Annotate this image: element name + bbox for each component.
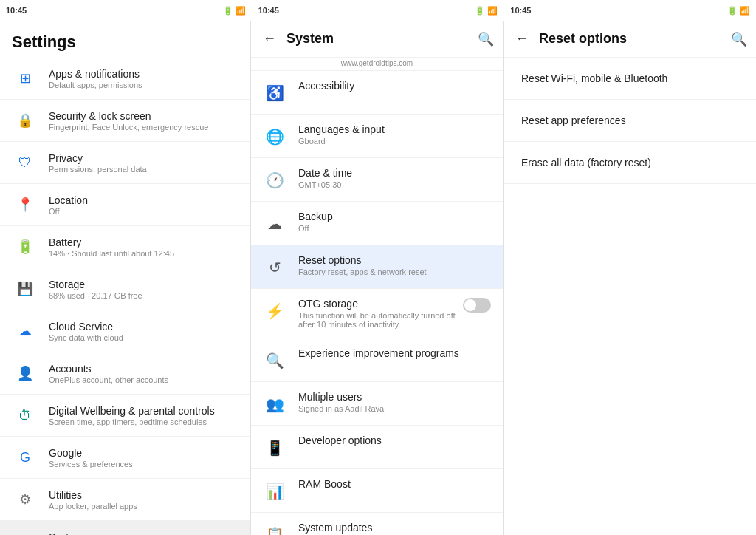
system-icon-ramboost: 📊	[263, 480, 286, 503]
settings-icon-privacy: 🛡	[12, 149, 38, 176]
reset-item-title-reset-wifi: Reset Wi-Fi, mobile & Bluetooth	[521, 72, 738, 84]
settings-item-title-accounts: Accounts	[49, 363, 168, 375]
reset-item-reset-wifi[interactable]: Reset Wi-Fi, mobile & Bluetooth	[504, 58, 756, 100]
settings-item-subtitle-battery: 14% · Should last until about 12:45	[49, 249, 174, 258]
settings-icon-location: 📍	[12, 191, 38, 218]
settings-item-storage[interactable]: 💾 Storage 68% used · 20.17 GB free	[0, 268, 250, 310]
settings-item-utilities[interactable]: ⚙ Utilities App locker, parallel apps	[0, 479, 250, 521]
settings-icon-accounts: 👤	[12, 360, 38, 386]
settings-item-cloud[interactable]: ☁ Cloud Service Sync data with cloud	[0, 310, 250, 352]
settings-panel: Settings ⊞ Apps & notifications Default …	[0, 21, 251, 535]
system-panel: ← System 🔍 www.getdroidtips.com ♿ Access…	[251, 21, 504, 535]
settings-item-title-apps: Apps & notifications	[49, 68, 142, 80]
system-search-button[interactable]: 🔍	[478, 31, 494, 47]
status-bars: 10:45 🔋 📶 10:45 🔋 📶 10:45 🔋 📶	[0, 0, 756, 21]
settings-item-google[interactable]: G Google Services & preferences	[0, 437, 250, 479]
system-item-developer[interactable]: 📱 Developer options	[251, 426, 503, 469]
system-list: ♿ Accessibility 🌐 Languages & input Gboa…	[251, 71, 503, 535]
settings-item-wellbeing[interactable]: ⏱ Digital Wellbeing & parental controls …	[0, 395, 250, 437]
settings-item-subtitle-location: Off	[49, 207, 88, 216]
settings-icon-security: 🔒	[12, 107, 38, 134]
system-item-title-developer: Developer options	[298, 435, 382, 446]
system-item-backup[interactable]: ☁ Backup Off	[251, 202, 503, 245]
settings-item-title-storage: Storage	[49, 279, 142, 290]
system-item-languages[interactable]: 🌐 Languages & input Gboard	[251, 115, 503, 158]
status-icons-1: 🔋 📶	[223, 6, 246, 16]
system-item-accessibility[interactable]: ♿ Accessibility	[251, 71, 503, 115]
reset-item-erase-all[interactable]: Erase all data (factory reset)	[504, 142, 756, 184]
reset-panel: ← Reset options 🔍 Reset Wi-Fi, mobile & …	[504, 21, 756, 535]
settings-item-privacy[interactable]: 🛡 Privacy Permissions, personal data	[0, 142, 250, 184]
settings-item-battery[interactable]: 🔋 Battery 14% · Should last until about …	[0, 226, 250, 268]
system-item-subtitle-datetime: GMT+05:30	[298, 180, 352, 189]
settings-item-title-security: Security & lock screen	[49, 110, 208, 122]
system-item-title-ramboost: RAM Boost	[298, 478, 351, 490]
settings-list: ⊞ Apps & notifications Default apps, per…	[0, 58, 250, 535]
settings-icon-system: 🖥	[12, 528, 38, 535]
settings-item-subtitle-security: Fingerprint, Face Unlock, emergency resc…	[49, 123, 208, 132]
system-item-title-experience: Experience improvement programs	[298, 347, 459, 359]
system-item-title-accessibility: Accessibility	[298, 80, 354, 92]
system-item-reset[interactable]: ↺ Reset options Factory reset, apps & ne…	[251, 245, 503, 289]
system-icon-experience: 🔍	[263, 349, 286, 372]
signal-icon-1: 📶	[236, 6, 246, 16]
reset-panel-title: Reset options	[539, 31, 627, 47]
reset-search-button[interactable]: 🔍	[731, 31, 747, 47]
settings-item-title-battery: Battery	[49, 236, 174, 248]
settings-title: Settings	[0, 21, 250, 58]
settings-icon-battery: 🔋	[12, 234, 38, 260]
system-item-multiusers[interactable]: 👥 Multiple users Signed in as Aadil Rava…	[251, 382, 503, 426]
reset-back-button[interactable]: ←	[512, 28, 532, 50]
system-item-subtitle-otg: This function will be automatically turn…	[298, 311, 463, 329]
settings-icon-wellbeing: ⏱	[12, 402, 38, 429]
system-item-datetime[interactable]: 🕐 Date & time GMT+05:30	[251, 158, 503, 202]
settings-item-system[interactable]: 🖥 System Language & keyboard, time, rese…	[0, 521, 250, 535]
signal-icon-2: 📶	[487, 6, 498, 16]
system-item-title-otg: OTG storage	[298, 298, 463, 310]
system-subtitle: www.getdroidtips.com	[251, 58, 503, 71]
system-item-subtitle-backup: Off	[298, 224, 333, 233]
reset-list: Reset Wi-Fi, mobile & BluetoothReset app…	[504, 58, 756, 184]
system-back-button[interactable]: ←	[260, 28, 279, 50]
system-item-title-multiusers: Multiple users	[298, 391, 386, 403]
system-item-title-backup: Backup	[298, 211, 333, 222]
time-3: 10:45	[510, 6, 531, 15]
settings-item-title-system: System	[49, 531, 232, 536]
status-icons-2: 🔋 📶	[475, 6, 498, 16]
settings-item-subtitle-utilities: App locker, parallel apps	[49, 502, 137, 511]
settings-item-subtitle-wellbeing: Screen time, app timers, bedtime schedul…	[49, 418, 215, 426]
system-icon-languages: 🌐	[263, 125, 286, 149]
system-item-subtitle-languages: Gboard	[298, 137, 385, 146]
status-bar-2: 10:45 🔋 📶	[252, 0, 505, 21]
settings-item-subtitle-google: Services & preferences	[49, 460, 133, 468]
reset-item-title-reset-app: Reset app preferences	[521, 115, 738, 126]
settings-item-title-utilities: Utilities	[49, 489, 137, 501]
status-bar-1: 10:45 🔋 📶	[0, 0, 252, 21]
reset-header: ← Reset options 🔍	[504, 21, 756, 58]
main-content: Settings ⊞ Apps & notifications Default …	[0, 21, 756, 535]
settings-icon-google: G	[12, 444, 38, 471]
status-icons-3: 🔋 📶	[727, 6, 750, 16]
system-item-experience[interactable]: 🔍 Experience improvement programs	[251, 338, 503, 382]
settings-item-location[interactable]: 📍 Location Off	[0, 184, 250, 226]
reset-item-reset-app[interactable]: Reset app preferences	[504, 100, 756, 142]
time-1: 10:45	[6, 6, 27, 15]
settings-item-apps[interactable]: ⊞ Apps & notifications Default apps, per…	[0, 58, 250, 100]
system-item-otg[interactable]: ⚡ OTG storage This function will be auto…	[251, 289, 503, 338]
status-bar-3: 10:45 🔋 📶	[504, 0, 756, 21]
reset-item-title-erase-all: Erase all data (factory reset)	[521, 157, 738, 168]
system-item-subtitle-multiusers: Signed in as Aadil Raval	[298, 404, 386, 413]
settings-icon-utilities: ⚙	[12, 486, 38, 513]
system-icon-backup: ☁	[263, 212, 286, 236]
system-item-title-sysupdates: System updates	[298, 522, 372, 534]
system-icon-multiusers: 👥	[263, 392, 286, 416]
battery-icon-3: 🔋	[727, 6, 738, 16]
settings-item-accounts[interactable]: 👤 Accounts OnePlus account, other accoun…	[0, 352, 250, 395]
system-icon-reset: ↺	[263, 256, 286, 279]
settings-item-security[interactable]: 🔒 Security & lock screen Fingerprint, Fa…	[0, 100, 250, 142]
system-item-ramboost[interactable]: 📊 RAM Boost	[251, 469, 503, 513]
system-item-sysupdates[interactable]: 📋 System updates	[251, 513, 503, 535]
settings-item-subtitle-cloud: Sync data with cloud	[49, 333, 123, 342]
settings-item-subtitle-apps: Default apps, permissions	[49, 81, 142, 89]
toggle-otg[interactable]	[463, 298, 491, 313]
